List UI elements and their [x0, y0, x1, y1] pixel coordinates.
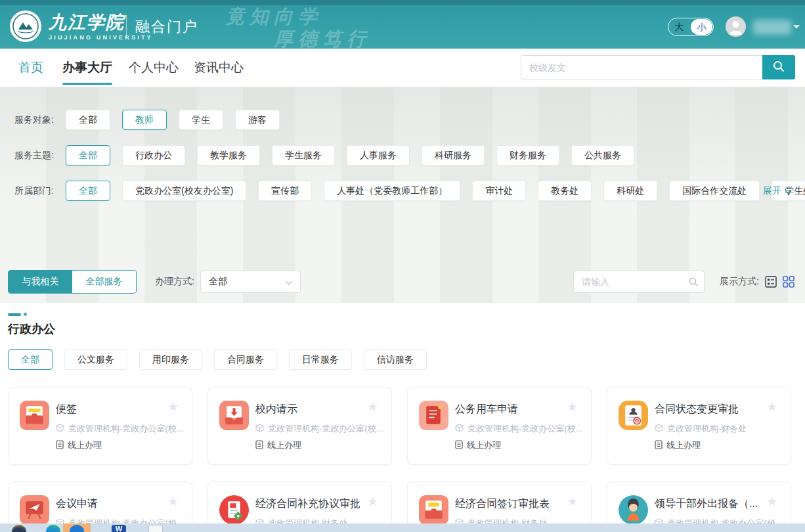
card-method-text: 线上办理 [467, 439, 501, 451]
service-card-memo[interactable]: 便签 ★ 党政管理机构-党政办公室(校... 线上办理 [8, 387, 192, 465]
nav-tab-personal-center[interactable]: 个人中心 [129, 49, 179, 87]
service-search-input[interactable] [573, 271, 705, 293]
filter-chip-visitor[interactable]: 游客 [235, 110, 280, 130]
favorite-star-icon[interactable]: ★ [567, 494, 578, 509]
portal-title: 融合门户 [135, 17, 198, 37]
service-card-contract-status[interactable]: 合同状态变更审批 ★ 党政管理机构-财务处 线上办理 [607, 387, 791, 465]
header-top-strip [0, 0, 805, 5]
favorite-star-icon[interactable]: ★ [167, 494, 179, 509]
theme-chip-finance[interactable]: 财务服务 [496, 145, 559, 166]
theme-chip-hr[interactable]: 人事服务 [347, 145, 410, 166]
dept-chip-research[interactable]: 科研处 [603, 181, 657, 201]
header-divider [126, 15, 127, 39]
grid-view-icon[interactable] [783, 276, 794, 288]
global-search-button[interactable] [762, 55, 795, 79]
theme-chip-student[interactable]: 学生服务 [272, 145, 335, 166]
expand-label: 展开 [763, 185, 781, 197]
font-size-large-option[interactable]: 大 [668, 18, 690, 35]
dept-chip-academic[interactable]: 教务处 [538, 181, 592, 201]
main-nav: 首页 办事大厅 个人中心 资讯中心 [0, 49, 805, 87]
red-document-icon [419, 401, 448, 430]
card-title: 经济合同签订审批表 [455, 497, 550, 511]
dept-chip-all[interactable]: 全部 [66, 181, 110, 201]
tab-all-services[interactable]: 全部服务 [72, 271, 136, 293]
favorite-star-icon[interactable]: ★ [766, 399, 777, 414]
category-chip-all[interactable]: 全部 [8, 349, 53, 370]
online-doc-icon [255, 440, 263, 451]
filter-chip-student[interactable]: 学生 [179, 110, 223, 130]
user-menu-caret-icon[interactable] [793, 25, 800, 29]
filter-row-service-target: 服务对象: 全部 教师 学生 游客 [14, 110, 292, 130]
user-avatar[interactable] [726, 16, 746, 37]
filter-chip-teacher[interactable]: 教师 [122, 110, 167, 130]
briefcase-icon [419, 495, 448, 525]
favorite-star-icon[interactable]: ★ [367, 399, 378, 414]
card-title: 领导干部外出报备（... [655, 497, 758, 511]
method-select-value: 全部 [209, 276, 227, 288]
category-chip-contract[interactable]: 合同服务 [214, 349, 277, 370]
nav-tab-home[interactable]: 首页 [18, 49, 43, 87]
taskbar [0, 523, 805, 532]
taskbar-notepad-icon[interactable] [148, 525, 163, 532]
content: 服务对象: 全部 教师 学生 游客 服务主题: 全部 行政办公 教学服务 学生服… [0, 87, 805, 532]
service-scope-tabs: 与我相关 全部服务 [8, 270, 137, 294]
method-select[interactable]: 全部 [200, 271, 301, 293]
dept-chip-publicity[interactable]: 宣传部 [258, 181, 312, 201]
favorite-star-icon[interactable]: ★ [367, 494, 378, 509]
university-logo-icon[interactable] [9, 10, 42, 43]
chevron-down-icon [785, 186, 792, 196]
service-card-campus-request[interactable]: 校内请示 ★ 党政管理机构-党政办公室(校... 线上办理 [207, 387, 392, 465]
card-method-text: 线上办理 [267, 439, 301, 451]
taskbar-browser-icon[interactable] [46, 525, 60, 532]
category-chip-daily[interactable]: 日常服务 [289, 349, 352, 370]
display-mode-label: 展示方式: [720, 270, 759, 294]
paper-plane-board-icon [20, 495, 49, 525]
favorite-star-icon[interactable]: ★ [167, 399, 179, 414]
inbox-arrow-icon [219, 401, 249, 430]
card-title: 便签 [56, 403, 77, 416]
category-chip-petition[interactable]: 信访服务 [364, 349, 427, 370]
card-method-text: 线上办理 [666, 439, 701, 451]
card-method: 线上办理 [255, 439, 301, 451]
cards-row-1: 便签 ★ 党政管理机构-党政办公室(校... 线上办理 [8, 387, 791, 465]
header: 九江学院 JIUJIANG UNIVERSITY 融合门户 竟知向学 厚德笃行 … [0, 0, 805, 49]
theme-chip-all[interactable]: 全部 [66, 145, 110, 166]
method-label: 办理方式: [155, 270, 194, 294]
card-title: 公务用车申请 [455, 403, 518, 416]
filter-row-service-theme: 服务主题: 全部 行政办公 教学服务 学生服务 人事服务 科研服务 财务服务 公… [14, 145, 646, 166]
id-card-stamp-icon [619, 401, 648, 430]
theme-chip-admin[interactable]: 行政办公 [122, 145, 185, 166]
taskbar-word-icon[interactable] [112, 525, 126, 532]
favorite-star-icon[interactable]: ★ [567, 399, 578, 414]
taskbar-app-icon[interactable] [12, 525, 26, 532]
org-cube-icon [56, 424, 64, 434]
tab-related-to-me[interactable]: 与我相关 [9, 271, 72, 293]
dept-chip-party-office[interactable]: 党政办公室(校友办公室) [122, 181, 246, 201]
dept-chip-audit[interactable]: 审计处 [472, 181, 526, 201]
font-size-small-option[interactable]: 小 [691, 19, 712, 35]
org-cube-icon [655, 424, 663, 434]
nav-tab-service-hall[interactable]: 办事大厅 [62, 49, 112, 87]
filter-label: 服务对象: [14, 114, 66, 126]
nav-tab-news-center[interactable]: 资讯中心 [194, 49, 244, 87]
chevron-down-icon [285, 277, 292, 287]
expand-departments-link[interactable]: 展开 [763, 181, 792, 201]
filter-chip-all[interactable]: 全部 [66, 110, 110, 130]
card-org-text: 党政管理机构-党政办公室(校... [268, 423, 383, 435]
favorite-star-icon[interactable]: ★ [766, 494, 777, 509]
dept-chip-hr-office[interactable]: 人事处（党委教师工作部） [324, 181, 460, 201]
theme-chip-public[interactable]: 公共服务 [571, 145, 634, 166]
card-org-text: 党政管理机构-党政办公室(校... [68, 423, 184, 435]
online-doc-icon [56, 440, 64, 451]
font-size-toggle[interactable]: 大 小 [668, 18, 714, 36]
category-chip-document[interactable]: 公文服务 [64, 349, 127, 370]
username-redacted[interactable] [753, 20, 791, 35]
dept-chip-international[interactable]: 国际合作交流处 [669, 181, 760, 201]
list-view-icon[interactable] [765, 276, 777, 288]
service-card-official-car[interactable]: 公务用车申请 ★ 党政管理机构-党政办公室(校... 线上办理 [407, 387, 592, 465]
category-chip-seal[interactable]: 用印服务 [139, 349, 202, 370]
card-method: 线上办理 [455, 439, 501, 451]
global-search-input[interactable] [521, 55, 762, 79]
theme-chip-teaching[interactable]: 教学服务 [197, 145, 260, 166]
theme-chip-research[interactable]: 科研服务 [422, 145, 485, 166]
